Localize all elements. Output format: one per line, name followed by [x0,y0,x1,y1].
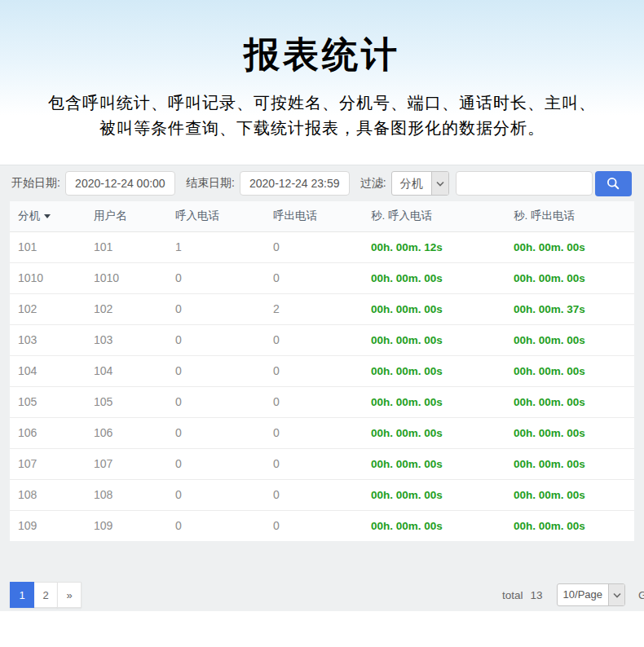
cell-seconds-in: 00h. 00m. 00s [363,448,505,479]
cell-username: 109 [86,510,167,541]
pagination-bar: 1 2 » total 13 10/Page G [10,582,644,608]
cell-calls-in: 1 [167,231,265,262]
cell-seconds-in: 00h. 00m. 00s [363,355,505,386]
subtitle-line-1: 包含呼叫统计、呼叫记录、可按姓名、分机号、端口、通话时长、主叫、 [0,90,644,116]
page-size-select[interactable]: 10/Page [557,583,625,606]
start-date-label: 开始日期: [11,176,60,191]
cell-seconds-in: 00h. 00m. 00s [363,417,505,448]
cell-username: 103 [86,324,167,355]
column-header-seconds-out[interactable]: 秒. 呼出电话 [505,201,634,231]
cell-seconds-in: 00h. 00m. 00s [363,293,505,324]
search-input[interactable] [456,171,593,196]
cell-calls-out: 0 [265,355,363,386]
page-button-next-set[interactable]: » [57,582,82,608]
page-button-1[interactable]: 1 [10,582,34,608]
start-date-input[interactable]: 2020-12-24 00:00 [65,171,175,196]
search-icon [606,176,620,191]
cell-extension: 107 [10,448,86,479]
cell-seconds-out: 00h. 00m. 00s [505,386,634,417]
cell-extension: 106 [10,417,86,448]
cell-calls-in: 0 [167,386,265,417]
cell-calls-in: 0 [167,293,265,324]
table-row: 106 106 0 0 00h. 00m. 00s 00h. 00m. 00s [10,417,634,448]
column-header-extension[interactable]: 分机 [10,201,86,231]
cell-calls-out: 0 [265,231,363,262]
cell-calls-in: 0 [167,355,265,386]
total-label: total [502,589,523,601]
cell-calls-in: 0 [167,448,265,479]
subtitle-line-2: 被叫等条件查询、下载统计报表，具备图形化的数据分析。 [0,116,644,141]
cell-seconds-out: 00h. 00m. 00s [505,324,634,355]
chevron-down-icon [431,172,448,195]
table-row: 104 104 0 0 00h. 00m. 00s 00h. 00m. 00s [10,355,634,386]
search-button[interactable] [595,171,632,196]
cell-username: 105 [86,386,167,417]
cell-calls-out: 0 [265,324,363,355]
column-header-calls-in[interactable]: 呼入电话 [167,201,265,231]
total-value: 13 [531,589,543,601]
column-header-calls-out[interactable]: 呼出电话 [265,201,363,231]
page-title: 报表统计 [0,0,644,79]
cell-seconds-out: 00h. 00m. 00s [505,479,634,510]
cell-seconds-in: 00h. 00m. 00s [363,479,505,510]
table-row: 1010 1010 0 0 00h. 00m. 00s 00h. 00m. 00… [10,262,634,293]
cell-username: 101 [86,231,167,262]
cell-extension: 104 [10,355,86,386]
table-row: 109 109 0 0 00h. 00m. 00s 00h. 00m. 00s [10,510,634,541]
page-button-2[interactable]: 2 [33,582,58,608]
cell-seconds-in: 00h. 00m. 00s [363,386,505,417]
column-header-seconds-in[interactable]: 秒. 呼入电话 [363,201,505,231]
cell-calls-out: 0 [265,510,363,541]
cell-seconds-in: 00h. 00m. 12s [363,231,505,262]
table-row: 103 103 0 0 00h. 00m. 00s 00h. 00m. 00s [10,324,634,355]
cell-extension: 101 [10,231,86,262]
cell-seconds-out: 00h. 00m. 00s [505,355,634,386]
bottom-spacer [0,611,644,644]
table-header: 分机 用户名 呼入电话 呼出电话 秒. 呼入电话 秒. 呼出电话 [10,201,634,231]
cell-username: 104 [86,355,167,386]
cell-seconds-out: 00h. 00m. 37s [505,293,634,324]
chevron-down-icon [608,584,624,605]
cell-calls-in: 0 [167,324,265,355]
cell-seconds-out: 00h. 00m. 00s [505,510,634,541]
page-subtitle: 包含呼叫统计、呼叫记录、可按姓名、分机号、端口、通话时长、主叫、 被叫等条件查询… [0,90,644,141]
table-row: 102 102 0 2 00h. 00m. 00s 00h. 00m. 37s [10,293,634,324]
call-stats-table: 分机 用户名 呼入电话 呼出电话 秒. 呼入电话 秒. 呼出电话 101 101… [10,201,634,541]
filter-type-selected-value: 分机 [392,172,431,195]
cell-seconds-in: 00h. 00m. 00s [363,324,505,355]
cell-calls-in: 0 [167,479,265,510]
cell-seconds-out: 00h. 00m. 00s [505,262,634,293]
cell-calls-out: 0 [265,448,363,479]
column-header-username[interactable]: 用户名 [86,201,167,231]
hero-section: 报表统计 包含呼叫统计、呼叫记录、可按姓名、分机号、端口、通话时长、主叫、 被叫… [0,0,644,165]
cell-calls-out: 0 [265,417,363,448]
cell-extension: 108 [10,479,86,510]
cell-calls-in: 0 [167,262,265,293]
cell-seconds-out: 00h. 00m. 00s [505,448,634,479]
table-row: 108 108 0 0 00h. 00m. 00s 00h. 00m. 00s [10,479,634,510]
cell-calls-in: 0 [167,417,265,448]
sort-desc-icon [44,214,51,218]
end-date-label: 结束日期: [186,176,235,191]
table-row: 107 107 0 0 00h. 00m. 00s 00h. 00m. 00s [10,448,634,479]
page-size-value: 10/Page [558,584,608,605]
cell-username: 107 [86,448,167,479]
filter-type-select[interactable]: 分机 [391,171,449,196]
cell-calls-in: 0 [167,510,265,541]
cell-username: 108 [86,479,167,510]
cell-seconds-out: 00h. 00m. 00s [505,417,634,448]
end-date-input[interactable]: 2020-12-24 23:59 [240,171,350,196]
cell-seconds-out: 00h. 00m. 00s [505,231,634,262]
cell-calls-out: 0 [265,262,363,293]
goto-label-clipped: G [638,589,644,601]
cell-seconds-in: 00h. 00m. 00s [363,510,505,541]
cell-username: 1010 [86,262,167,293]
cell-username: 106 [86,417,167,448]
cell-seconds-in: 00h. 00m. 00s [363,262,505,293]
cell-calls-out: 0 [265,479,363,510]
table-row: 101 101 1 0 00h. 00m. 12s 00h. 00m. 00s [10,231,634,262]
cell-calls-out: 0 [265,386,363,417]
table-body: 101 101 1 0 00h. 00m. 12s 00h. 00m. 00s … [10,231,634,541]
cell-extension: 1010 [10,262,86,293]
cell-username: 102 [86,293,167,324]
